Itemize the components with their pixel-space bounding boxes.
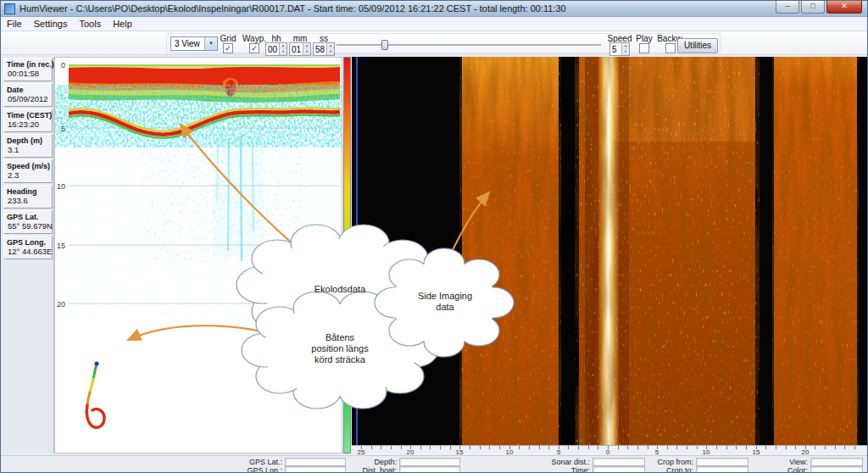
mm-value: 01 <box>292 45 301 54</box>
menu-help[interactable]: Help <box>107 18 138 30</box>
depth-tick-label: 10 <box>57 182 65 191</box>
info-panel-label: Speed (m/s) <box>7 162 50 170</box>
status-label-dist-boat: Dist. boat: <box>353 466 397 473</box>
maximize-button[interactable]: □ <box>801 1 825 14</box>
echogram-canvas[interactable]: 0 5 10 15 20 <box>55 58 342 453</box>
info-panel-gps-long: GPS Long. 12° 44.663E <box>3 236 53 259</box>
info-panel-label: Date <box>7 86 50 94</box>
view-mode-value: 3 View <box>175 39 200 48</box>
status-field-depth <box>399 458 460 466</box>
play-label: Play <box>633 34 655 43</box>
ss-value: 58 <box>315 45 325 54</box>
info-panel-label: Depth (m) <box>7 136 50 145</box>
spinner-up-icon[interactable]: ▲ <box>326 43 334 49</box>
info-panel-date: Date 05/09/2012 <box>3 83 53 107</box>
info-panel-value: 05/09/2012 <box>7 94 50 103</box>
spinner-down-icon[interactable]: ▼ <box>621 49 629 55</box>
minimize-button[interactable]: – <box>776 1 799 14</box>
spinner-down-icon[interactable]: ▼ <box>326 49 334 55</box>
close-button[interactable]: ✕ <box>826 1 862 14</box>
spinner-up-icon[interactable]: ▲ <box>621 43 629 49</box>
info-panel-label: GPS Lat. <box>7 213 50 221</box>
status-label-crop-from: Crop from: <box>647 458 693 466</box>
close-icon: ✕ <box>841 2 848 10</box>
sidebar: Time (in rec.) 00:01:58 Date 05/09/2012 … <box>3 57 54 454</box>
speed-spinner[interactable]: 5 ▲▼ <box>609 42 630 56</box>
play-checkbox[interactable] <box>639 43 649 53</box>
maximize-icon: □ <box>810 2 815 10</box>
info-panel-label: Time (in rec.) <box>7 60 50 69</box>
info-panel-value: 00:01:58 <box>7 69 50 78</box>
mm-spinner[interactable]: 01 ▲▼ <box>289 42 311 56</box>
titlebar[interactable]: HumViewer - C:\Users\PO\Desktop\Ekolod\I… <box>1 1 867 17</box>
ss-spinner[interactable]: 58 ▲▼ <box>313 42 335 56</box>
distance-ruler: 25 20 15 10 5 0 5 10 15 20 <box>352 445 868 455</box>
info-panel-label: Heading <box>7 187 50 196</box>
status-field-gps-lon <box>285 466 346 473</box>
status-label-gps-lon: GPS Lon.: <box>238 466 282 473</box>
view-mode-select[interactable]: 3 View ▼ <box>170 36 218 51</box>
window-title: HumViewer - C:\Users\PO\Desktop\Ekolod\I… <box>19 3 566 14</box>
speed-value: 5 <box>612 45 617 54</box>
info-panel-label: GPS Long. <box>7 238 50 247</box>
status-label-sonar-dist: Sonar dist.: <box>543 458 590 466</box>
echogram-streaks <box>213 134 264 261</box>
status-field-crop-to <box>696 466 748 473</box>
backw-checkbox[interactable] <box>665 43 676 53</box>
hh-value: 00 <box>268 45 277 54</box>
status-field-crop-from <box>696 458 748 466</box>
info-panel-value: 55° 59.679N <box>7 221 50 231</box>
status-field-gps-lat <box>285 458 346 466</box>
spinner-down-icon[interactable]: ▼ <box>279 49 287 55</box>
status-field-sonar-dist <box>593 458 645 466</box>
timeline-slider-thumb[interactable] <box>381 40 388 50</box>
side-imaging-texture <box>352 57 868 445</box>
color-scale-bar <box>343 57 351 454</box>
info-panel-speed: Speed (m/s) 2.3 <box>3 159 53 183</box>
minimize-icon: – <box>785 2 789 10</box>
status-field-view <box>810 458 863 466</box>
info-panel-gps-lat: GPS Lat. 55° 59.679N <box>3 210 53 234</box>
depth-tick-label: 15 <box>57 242 65 250</box>
menu-tools[interactable]: Tools <box>73 18 107 30</box>
spinner-up-icon[interactable]: ▲ <box>279 43 287 49</box>
statusbar: GPS Lat.: Depth: Sonar dist.: Crop from:… <box>1 455 867 473</box>
info-panel-value: 16:23:20 <box>7 120 50 129</box>
info-panel-time-in-rec: Time (in rec.) 00:01:58 <box>3 58 53 81</box>
hh-spinner[interactable]: 00 ▲▼ <box>265 42 287 56</box>
status-field-time <box>593 466 645 473</box>
boat-path-line <box>356 57 358 445</box>
menu-settings[interactable]: Settings <box>28 18 74 30</box>
info-panel-value: 233.6 <box>7 196 50 205</box>
timeline-slider-track[interactable] <box>337 44 601 46</box>
info-panel-label: Time (CEST) <box>7 111 50 120</box>
echogram-panel[interactable]: 0 5 10 15 20 <box>54 57 342 454</box>
wayp-label: Wayp. <box>240 34 269 43</box>
status-field-dist-boat <box>399 466 460 473</box>
depth-tick-label: 20 <box>57 300 65 309</box>
info-panel-value: 12° 44.663E <box>7 247 50 256</box>
info-panel-heading: Heading 233.6 <box>3 185 53 209</box>
timeline-slider[interactable] <box>337 40 601 50</box>
grid-checkbox[interactable]: ✓ <box>223 43 233 53</box>
side-imaging-canvas[interactable] <box>352 57 868 445</box>
gps-track <box>86 362 104 428</box>
status-label-color: Color: <box>768 466 808 473</box>
humviewer-window: HumViewer - C:\Users\PO\Desktop\Ekolod\I… <box>0 0 868 473</box>
status-label-view: View: <box>768 458 808 466</box>
info-panel-value: 3.1 <box>7 145 50 154</box>
spinner-down-icon[interactable]: ▼ <box>303 49 310 55</box>
utilities-button[interactable]: Utilities <box>677 38 718 53</box>
status-field-color <box>810 466 863 473</box>
wayp-checkbox[interactable]: ✓ <box>249 43 259 53</box>
toolbar: 3 View ▼ Grid ✓ Wayp. ✓ hh mm ss 00 ▲▼ 0… <box>1 31 867 55</box>
depth-tick-label: 5 <box>61 125 65 133</box>
spinner-up-icon[interactable]: ▲ <box>303 43 310 49</box>
depth-tick-label: 0 <box>61 61 65 70</box>
side-imaging-panel[interactable] <box>352 57 868 445</box>
depth-axis: 0 5 10 15 20 <box>57 61 65 309</box>
info-panel-depth: Depth (m) 3.1 <box>3 134 53 158</box>
info-panel-value: 2.3 <box>7 170 50 180</box>
menu-file[interactable]: File <box>1 18 28 30</box>
status-label-crop-to: Crop to: <box>647 466 693 473</box>
